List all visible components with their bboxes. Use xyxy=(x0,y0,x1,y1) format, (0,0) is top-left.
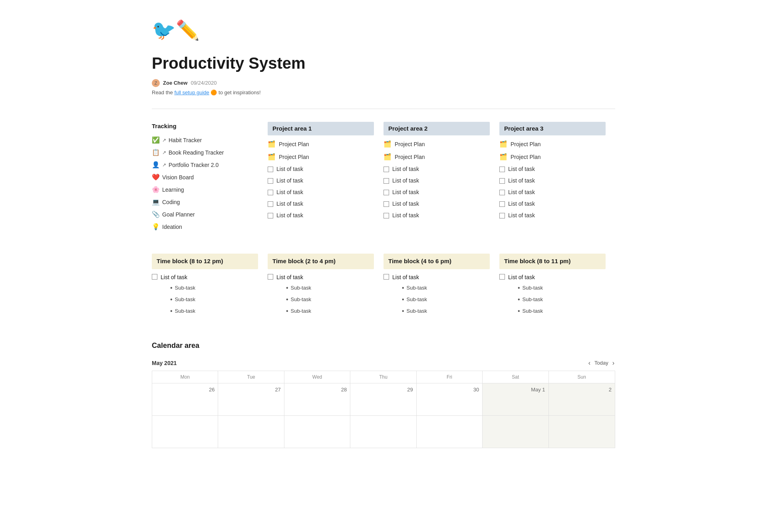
calendar-cell-2[interactable]: 2 xyxy=(549,383,615,415)
calendar-cell-empty[interactable] xyxy=(483,416,548,448)
task-item[interactable]: List of task xyxy=(268,211,374,220)
task-item[interactable]: List of task xyxy=(268,165,374,173)
section-divider xyxy=(152,109,615,109)
setup-guide-link[interactable]: full setup guide xyxy=(174,89,209,95)
subtask-item: Sub-task xyxy=(170,283,195,293)
calendar-cell-26[interactable]: 26 xyxy=(152,383,218,415)
calendar-cell-29[interactable]: 29 xyxy=(350,383,416,415)
subtask-item: Sub-task xyxy=(402,295,427,304)
author-name: Zoe Chew xyxy=(163,79,187,87)
calendar-cell-empty[interactable] xyxy=(284,416,350,448)
task-item[interactable]: List of task xyxy=(499,200,606,208)
tracking-item-label[interactable]: Portfolio Tracker 2.0 xyxy=(169,161,219,169)
ideation-icon: 💡 xyxy=(152,222,160,232)
calendar-cell-empty[interactable] xyxy=(218,416,284,448)
calendar-today-label[interactable]: Today xyxy=(594,359,608,367)
checkbox-icon[interactable] xyxy=(384,201,389,207)
list-item[interactable]: 👤 ↗ Portfolio Tracker 2.0 xyxy=(152,160,258,170)
subtask-item: Sub-task xyxy=(170,306,195,316)
task-item[interactable]: List of task xyxy=(268,177,374,185)
habit-tracker-icon: ✅ xyxy=(152,135,160,145)
checkbox-icon[interactable] xyxy=(499,178,505,184)
list-item[interactable]: 💡 Ideation xyxy=(152,222,258,232)
task-item[interactable]: List of task xyxy=(384,177,490,185)
list-item[interactable]: ❤️ Vision Board xyxy=(152,173,258,182)
day-header-tue: Tue xyxy=(218,371,284,383)
task-item[interactable]: List of task xyxy=(268,188,374,197)
checkbox-icon[interactable] xyxy=(384,213,389,218)
checkbox-icon[interactable] xyxy=(499,190,505,195)
project-plan-icon: 🗂️ xyxy=(499,139,507,149)
project-plan-item[interactable]: 🗂️ Project Plan xyxy=(384,152,490,162)
desc-prefix: Read the xyxy=(152,89,174,95)
checkbox-icon[interactable] xyxy=(268,201,273,207)
calendar-nav: ‹ Today › xyxy=(588,359,615,367)
checkbox-icon[interactable] xyxy=(384,178,389,184)
calendar-cell-27[interactable]: 27 xyxy=(218,383,284,415)
timeblock-task-item[interactable]: List of task Sub-task Sub-task Sub-task xyxy=(152,273,258,318)
checkbox-icon[interactable] xyxy=(268,178,273,184)
timeblock-task-item[interactable]: List of task Sub-task Sub-task Sub-task xyxy=(499,273,606,318)
calendar-cell-may1[interactable]: May 1 xyxy=(483,383,548,415)
checkbox-icon[interactable] xyxy=(268,213,273,218)
list-item[interactable]: ✅ ↗ Habit Tracker xyxy=(152,135,258,145)
checkbox-icon[interactable] xyxy=(152,274,157,280)
tracking-item-label[interactable]: Vision Board xyxy=(162,173,194,182)
checkbox-icon[interactable] xyxy=(384,167,389,172)
project-area-1-header: Project area 1 xyxy=(268,122,374,136)
task-item[interactable]: List of task xyxy=(499,165,606,173)
project-plan-item[interactable]: 🗂️ Project Plan xyxy=(499,139,606,149)
timeblock-task-item[interactable]: List of task Sub-task Sub-task Sub-task xyxy=(384,273,490,318)
checkbox-icon[interactable] xyxy=(499,274,505,280)
subtask-item: Sub-task xyxy=(286,295,311,304)
task-item[interactable]: List of task xyxy=(384,200,490,208)
task-item[interactable]: List of task xyxy=(384,188,490,197)
project-area-2-header: Project area 2 xyxy=(384,122,490,136)
checkbox-icon[interactable] xyxy=(268,167,273,172)
task-item[interactable]: List of task xyxy=(268,200,374,208)
list-item[interactable]: 📎 Goal Planner xyxy=(152,210,258,219)
list-item[interactable]: 💻 Coding xyxy=(152,197,258,207)
portfolio-tracker-icon: 👤 xyxy=(152,160,160,170)
timeblock-task-item[interactable]: List of task Sub-task Sub-task Sub-task xyxy=(268,273,374,318)
tracking-item-label[interactable]: Goal Planner xyxy=(162,210,195,219)
checkbox-icon[interactable] xyxy=(384,274,389,280)
project-area-3-column: Project area 3 🗂️ Project Plan 🗂️ Projec… xyxy=(499,122,615,235)
tracking-item-label[interactable]: Book Reading Tracker xyxy=(169,149,224,157)
task-item[interactable]: List of task xyxy=(384,211,490,220)
calendar-cell-empty[interactable] xyxy=(152,416,218,448)
checkbox-icon[interactable] xyxy=(384,190,389,195)
timeblock-4-header: Time block (8 to 11 pm) xyxy=(499,254,606,269)
project-plan-item[interactable]: 🗂️ Project Plan xyxy=(268,139,374,149)
tracking-item-label[interactable]: Ideation xyxy=(162,223,182,231)
calendar-cell-empty[interactable] xyxy=(417,416,483,448)
task-item[interactable]: List of task xyxy=(499,188,606,197)
task-item[interactable]: List of task xyxy=(499,177,606,185)
calendar-prev-button[interactable]: ‹ xyxy=(588,359,591,367)
checkbox-icon[interactable] xyxy=(499,167,505,172)
project-plan-item[interactable]: 🗂️ Project Plan xyxy=(499,152,606,162)
calendar-next-button[interactable]: › xyxy=(612,359,615,367)
calendar-cell-empty[interactable] xyxy=(549,416,615,448)
timeblock-2-column: Time block (2 to 4 pm) List of task Sub-… xyxy=(268,254,384,321)
tracking-item-label[interactable]: Learning xyxy=(162,186,184,194)
checkbox-icon[interactable] xyxy=(499,213,505,218)
list-item[interactable]: 📋 ↗ Book Reading Tracker xyxy=(152,148,258,157)
task-item[interactable]: List of task xyxy=(384,165,490,173)
calendar-cell-empty[interactable] xyxy=(350,416,416,448)
day-header-fri: Fri xyxy=(417,371,483,383)
project-plan-item[interactable]: 🗂️ Project Plan xyxy=(384,139,490,149)
tracking-item-label[interactable]: Coding xyxy=(162,198,180,206)
tracking-item-label[interactable]: Habit Tracker xyxy=(169,136,202,145)
checkbox-icon[interactable] xyxy=(268,190,273,195)
calendar-cell-28[interactable]: 28 xyxy=(284,383,350,415)
calendar-grid: Mon Tue Wed Thu Fri Sat Sun 26 27 28 29 … xyxy=(152,371,615,448)
list-item[interactable]: 🌸 Learning xyxy=(152,185,258,195)
project-plan-item[interactable]: 🗂️ Project Plan xyxy=(268,152,374,162)
checkbox-icon[interactable] xyxy=(499,201,505,207)
day-header-thu: Thu xyxy=(350,371,416,383)
task-item[interactable]: List of task xyxy=(499,211,606,220)
calendar-month-label: May 2021 xyxy=(152,359,177,367)
checkbox-icon[interactable] xyxy=(268,274,273,280)
calendar-cell-30[interactable]: 30 xyxy=(417,383,483,415)
